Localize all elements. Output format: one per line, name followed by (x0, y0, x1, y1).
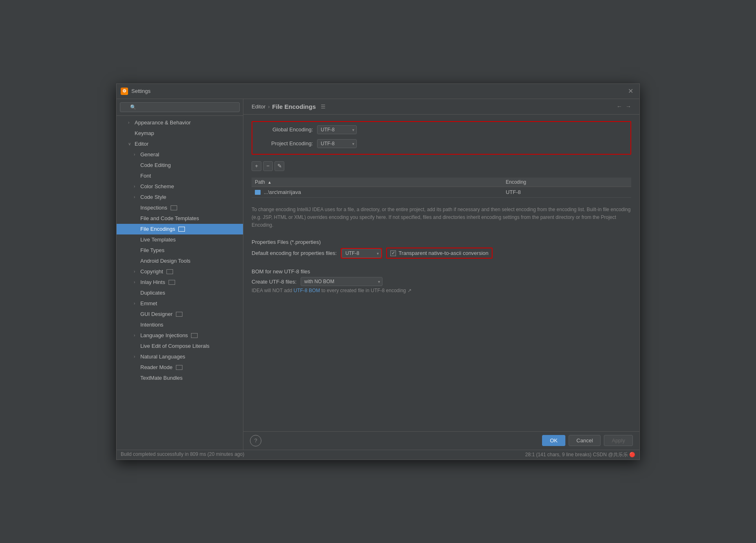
properties-section: Properties Files (*.properties) Default … (252, 234, 631, 259)
table-cell-path: ...\src\main\java (252, 187, 502, 197)
search-input[interactable] (120, 102, 240, 112)
breadcrumb-separator: › (268, 104, 270, 110)
sidebar-item-label: General (140, 151, 159, 158)
sidebar-item-file-code-templates[interactable]: File and Code Templates (117, 213, 243, 224)
sidebar-item-label: Language Injections (140, 332, 188, 338)
sidebar-item-live-templates[interactable]: Live Templates (117, 234, 243, 245)
sidebar-item-inlay-hints[interactable]: › Inlay Hints (117, 277, 243, 288)
sidebar-item-android-design[interactable]: Android Design Tools (117, 256, 243, 266)
bom-note-suffix: to every created file in UTF-8 encoding … (322, 288, 412, 293)
sidebar-item-label: Intentions (140, 322, 163, 328)
props-encoding-select[interactable]: UTF-8 UTF-16 ISO-8859-1 (342, 249, 381, 258)
sidebar-item-live-edit[interactable]: Live Edit of Compose Literals (117, 341, 243, 351)
sidebar-item-copyright[interactable]: › Copyright (117, 266, 243, 277)
panel-icon (166, 269, 173, 274)
edit-button[interactable]: ✎ (274, 161, 284, 171)
global-encoding-row: Global Encoding: UTF-8 UTF-16 ISO-8859-1… (256, 125, 627, 134)
table-header-encoding[interactable]: Encoding (502, 178, 631, 187)
sidebar-item-label: Code Style (140, 194, 166, 200)
transparent-conversion-checkbox[interactable]: ✓ (390, 250, 396, 256)
sidebar-item-intentions[interactable]: Intentions (117, 320, 243, 330)
sidebar-item-label: Duplicates (140, 290, 165, 296)
sidebar-item-editor[interactable]: ∨ Editor (117, 139, 243, 149)
sidebar-item-code-style[interactable]: › Code Style (117, 192, 243, 203)
settings-icon[interactable]: ☰ (321, 104, 326, 110)
sidebar-item-color-scheme[interactable]: › Color Scheme (117, 181, 243, 192)
checkbox-label: Transparent native-to-ascii conversion (398, 250, 488, 256)
chevron-icon: › (134, 184, 139, 189)
sidebar-item-reader-mode[interactable]: Reader Mode (117, 362, 243, 373)
sidebar-item-label: Editor (135, 141, 148, 147)
dialog-title: Settings (131, 88, 622, 94)
project-encoding-select[interactable]: UTF-8 UTF-16 ISO-8859-1 (317, 139, 357, 148)
dialog-bottom-bar: ? OK Cancel Apply (243, 431, 639, 450)
chevron-icon: › (134, 280, 139, 284)
project-encoding-row: Project Encoding: UTF-8 UTF-16 ISO-8859-… (256, 139, 627, 148)
breadcrumb-current: File Encodings (272, 103, 316, 110)
project-encoding-select-wrapper: UTF-8 UTF-16 ISO-8859-1 ▾ (317, 139, 357, 148)
sidebar-item-font[interactable]: Font (117, 171, 243, 181)
panel-icon (176, 312, 182, 317)
sidebar-item-duplicates[interactable]: Duplicates (117, 288, 243, 298)
cancel-button[interactable]: Cancel (569, 435, 601, 446)
sidebar-item-file-types[interactable]: File Types (117, 245, 243, 256)
panel-icon (178, 227, 185, 232)
sidebar-item-label: Live Edit of Compose Literals (140, 343, 209, 349)
sidebar-item-appearance[interactable]: › Appearance & Behavior (117, 117, 243, 128)
add-button[interactable]: + (252, 161, 261, 171)
panel-icon (176, 365, 182, 370)
close-button[interactable]: ✕ (626, 86, 635, 96)
content-header: Editor › File Encodings ☰ ← → (243, 99, 639, 115)
app-icon: ⚙ (121, 88, 128, 95)
global-encoding-select-wrapper: UTF-8 UTF-16 ISO-8859-1 ▾ (317, 125, 357, 134)
bom-select-wrapper: with NO BOM with BOM with BOM if needed … (301, 277, 382, 286)
properties-row: Default encoding for properties files: U… (252, 248, 631, 259)
sidebar-item-label: Font (140, 173, 151, 179)
content-panel: Editor › File Encodings ☰ ← → Global Enc… (243, 99, 639, 450)
properties-section-title: Properties Files (*.properties) (252, 239, 631, 245)
sidebar-item-file-encodings[interactable]: File Encodings (117, 224, 243, 234)
sidebar-item-gui-designer[interactable]: GUI Designer (117, 309, 243, 320)
sidebar-item-code-editing[interactable]: Code Editing (117, 160, 243, 171)
table-cell-encoding: UTF-8 (502, 187, 631, 197)
sidebar-item-natural-languages[interactable]: › Natural Languages (117, 351, 243, 362)
help-button[interactable]: ? (250, 435, 261, 446)
chevron-icon: › (134, 269, 139, 274)
status-bar: Build completed successfully in 809 ms (… (117, 450, 639, 460)
table-header-path[interactable]: Path ▲ (252, 178, 502, 187)
sidebar-item-label: Live Templates (140, 237, 176, 243)
main-content: 🔍 › Appearance & Behavior Keymap ∨ Edito… (117, 99, 639, 450)
toolbar-row: + − ✎ (252, 161, 631, 171)
sidebar-item-emmet[interactable]: › Emmet (117, 298, 243, 309)
sidebar-item-label: Emmet (140, 300, 157, 306)
sidebar-item-textmate[interactable]: TextMate Bundles (117, 373, 243, 383)
sidebar-item-inspections[interactable]: Inspections (117, 203, 243, 213)
table-row[interactable]: ...\src\main\java UTF-8 (252, 187, 631, 197)
sort-arrow-icon: ▲ (268, 180, 272, 185)
chevron-icon: › (134, 195, 139, 199)
sidebar-item-label: Appearance & Behavior (135, 119, 191, 126)
sidebar-item-keymap[interactable]: Keymap (117, 128, 243, 139)
bom-link[interactable]: UTF-8 BOM (293, 288, 320, 293)
back-arrow[interactable]: ← (616, 103, 622, 110)
ok-button[interactable]: OK (542, 435, 565, 446)
forward-arrow[interactable]: → (626, 103, 631, 110)
sidebar-item-label: Keymap (135, 130, 154, 136)
apply-button[interactable]: Apply (604, 435, 633, 446)
chevron-down-icon: ∨ (128, 142, 133, 146)
bom-note-prefix: IDEA will NOT add (252, 288, 293, 293)
sidebar-item-label: File Encodings (140, 226, 175, 232)
panel-icon (171, 205, 177, 210)
bom-section-title: BOM for new UTF-8 files (252, 268, 631, 275)
status-left: Build completed successfully in 809 ms (… (121, 451, 244, 458)
project-encoding-label: Project Encoding: (256, 140, 313, 146)
bom-select[interactable]: with NO BOM with BOM with BOM if needed (301, 277, 382, 286)
search-box: 🔍 (117, 99, 243, 116)
sidebar-item-label: Code Editing (140, 162, 171, 168)
remove-button[interactable]: − (263, 161, 273, 171)
sidebar-item-general[interactable]: › General (117, 149, 243, 160)
sidebar-item-language-injections[interactable]: › Language Injections (117, 330, 243, 341)
sidebar-item-label: Natural Languages (140, 354, 185, 360)
global-encoding-select[interactable]: UTF-8 UTF-16 ISO-8859-1 (317, 125, 357, 134)
chevron-icon: › (134, 301, 139, 306)
